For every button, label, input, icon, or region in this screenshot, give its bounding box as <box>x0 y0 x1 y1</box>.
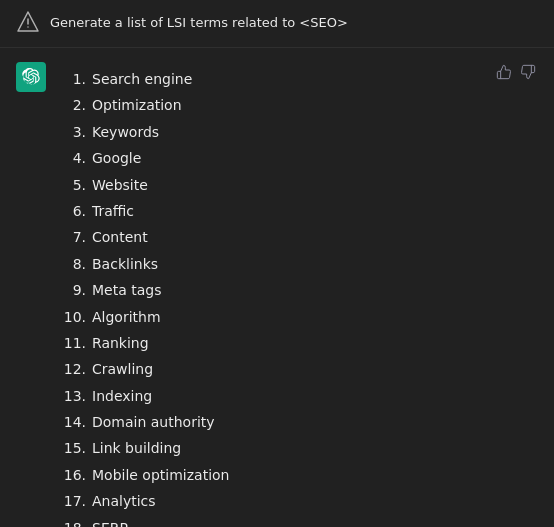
list-item-number: 6. <box>58 200 86 222</box>
list-item-number: 9. <box>58 279 86 301</box>
message-content: 1.Search engine2.Optimization3.Keywords4… <box>58 62 538 527</box>
list-item-number: 2. <box>58 94 86 116</box>
list-item-text: Algorithm <box>92 306 161 328</box>
list-item: 6.Traffic <box>58 198 538 224</box>
list-item: 17.Analytics <box>58 488 538 514</box>
lsi-terms-list: 1.Search engine2.Optimization3.Keywords4… <box>58 66 538 527</box>
list-item-number: 1. <box>58 68 86 90</box>
actions-row <box>494 62 538 82</box>
list-item: 2.Optimization <box>58 92 538 118</box>
list-item-number: 12. <box>58 358 86 380</box>
list-item-number: 15. <box>58 437 86 459</box>
list-item-text: Content <box>92 226 148 248</box>
list-item: 1.Search engine <box>58 66 538 92</box>
list-item-text: Ranking <box>92 332 149 354</box>
list-item-number: 3. <box>58 121 86 143</box>
thumbs-up-button[interactable] <box>494 62 514 82</box>
svg-point-0 <box>27 26 29 28</box>
list-item-number: 8. <box>58 253 86 275</box>
top-bar-text: Generate a list of LSI terms related to … <box>50 14 348 32</box>
list-item-number: 14. <box>58 411 86 433</box>
list-item-number: 5. <box>58 174 86 196</box>
list-item: 8.Backlinks <box>58 251 538 277</box>
list-item-text: Keywords <box>92 121 159 143</box>
list-item-text: Analytics <box>92 490 156 512</box>
list-item-text: Website <box>92 174 148 196</box>
list-item: 18.SERP <box>58 515 538 527</box>
list-item-number: 7. <box>58 226 86 248</box>
list-item-text: Google <box>92 147 141 169</box>
list-item: 11.Ranking <box>58 330 538 356</box>
list-item: 5.Website <box>58 172 538 198</box>
warning-icon <box>16 10 40 37</box>
list-item-number: 11. <box>58 332 86 354</box>
list-item-text: Domain authority <box>92 411 215 433</box>
list-item: 16.Mobile optimization <box>58 462 538 488</box>
list-item-text: Link building <box>92 437 181 459</box>
list-item: 3.Keywords <box>58 119 538 145</box>
list-item-text: Meta tags <box>92 279 161 301</box>
top-bar: Generate a list of LSI terms related to … <box>0 0 554 48</box>
message-container: 1.Search engine2.Optimization3.Keywords4… <box>0 48 554 527</box>
thumbs-down-button[interactable] <box>518 62 538 82</box>
list-item-text: Indexing <box>92 385 152 407</box>
list-item-text: Traffic <box>92 200 134 222</box>
list-item-text: Optimization <box>92 94 182 116</box>
list-item-text: Backlinks <box>92 253 158 275</box>
list-item-text: SERP <box>92 517 128 527</box>
list-item: 12.Crawling <box>58 356 538 382</box>
list-item-text: Crawling <box>92 358 153 380</box>
list-item: 7.Content <box>58 224 538 250</box>
list-item: 9.Meta tags <box>58 277 538 303</box>
list-item-text: Search engine <box>92 68 192 90</box>
list-item-number: 16. <box>58 464 86 486</box>
list-item: 14.Domain authority <box>58 409 538 435</box>
list-item: 13.Indexing <box>58 383 538 409</box>
list-item-number: 18. <box>58 517 86 527</box>
list-item-number: 13. <box>58 385 86 407</box>
avatar <box>16 62 46 92</box>
list-item-number: 10. <box>58 306 86 328</box>
list-item: 4.Google <box>58 145 538 171</box>
list-item-text: Mobile optimization <box>92 464 229 486</box>
list-item-number: 4. <box>58 147 86 169</box>
list-item: 10.Algorithm <box>58 304 538 330</box>
list-item: 15.Link building <box>58 435 538 461</box>
list-item-number: 17. <box>58 490 86 512</box>
